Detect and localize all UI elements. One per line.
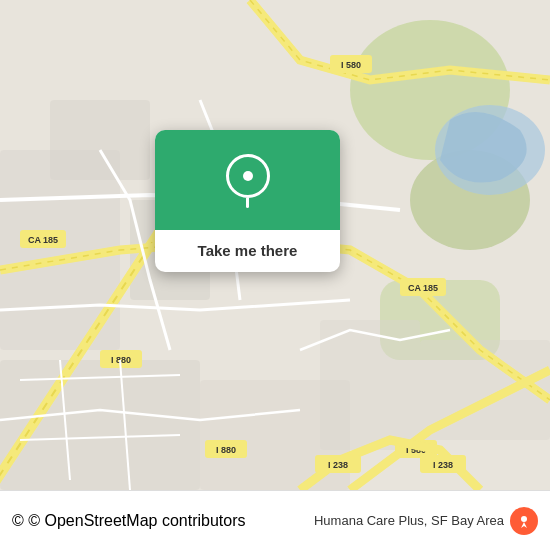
moovit-icon <box>510 507 538 535</box>
attribution-text: © © OpenStreetMap contributors <box>12 512 245 530</box>
svg-text:I 238: I 238 <box>433 460 453 470</box>
place-name-label: Humana Care Plus, SF Bay Area <box>314 513 504 528</box>
card-top-green <box>155 130 340 230</box>
take-me-there-button[interactable]: Take me there <box>198 242 298 259</box>
svg-text:CA 185: CA 185 <box>408 283 438 293</box>
action-card: Take me there <box>155 130 340 272</box>
svg-text:I 880: I 880 <box>216 445 236 455</box>
attribution-label: © OpenStreetMap contributors <box>28 512 245 529</box>
card-bottom[interactable]: Take me there <box>155 230 340 272</box>
svg-text:CA 185: CA 185 <box>28 235 58 245</box>
bottom-bar: © © OpenStreetMap contributors Humana Ca… <box>0 490 550 550</box>
svg-rect-9 <box>50 100 150 180</box>
moovit-logo <box>510 507 538 535</box>
svg-text:I 238: I 238 <box>328 460 348 470</box>
location-pin-icon <box>226 154 270 206</box>
svg-point-32 <box>521 516 527 522</box>
bottom-bar-right: Humana Care Plus, SF Bay Area <box>314 507 538 535</box>
svg-text:I 580: I 580 <box>341 60 361 70</box>
map-container: I 880 I 880 CA 185 CA 185 CA 185 I 580 I… <box>0 0 550 490</box>
copyright-symbol: © <box>12 512 24 529</box>
